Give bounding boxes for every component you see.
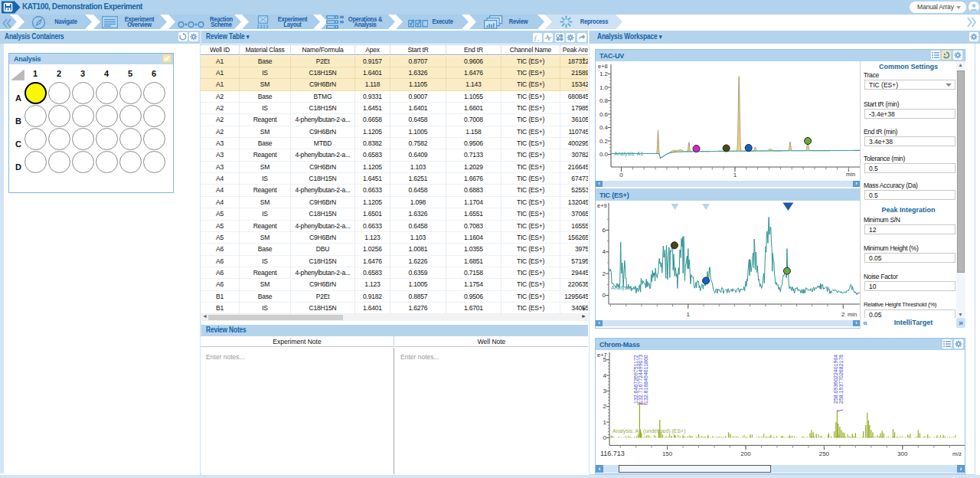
svg-text:4: 4: [603, 372, 607, 379]
svg-text:0.0: 0.0: [599, 151, 609, 158]
svg-text:0: 0: [603, 434, 607, 441]
svg-text:0.6: 0.6: [599, 111, 609, 118]
svg-text:3: 3: [603, 388, 607, 395]
svg-text:1.2: 1.2: [599, 70, 609, 77]
svg-text:2: 2: [603, 403, 607, 410]
svg-text:e+9: e+9: [597, 202, 607, 209]
svg-text:132.8168494611860: 132.8168494611860: [643, 355, 648, 404]
svg-text:6: 6: [603, 227, 606, 234]
svg-text:200: 200: [740, 450, 751, 457]
svg-text:0.4: 0.4: [599, 124, 609, 131]
svg-text:0: 0: [603, 292, 606, 299]
svg-text:250: 250: [819, 450, 830, 457]
svg-text:0: 0: [619, 172, 623, 178]
svg-text:1: 1: [603, 419, 607, 426]
svg-text:Analysis: A1: Analysis: A1: [614, 151, 643, 157]
svg-text:m/z: m/z: [952, 450, 962, 457]
svg-text:300: 300: [897, 450, 908, 457]
svg-text:Analysis: A1: Analysis: A1: [611, 285, 640, 291]
svg-text:1.0: 1.0: [599, 84, 609, 91]
svg-text:Analysis: A1 (undefined) (ES+): Analysis: A1 (undefined) (ES+): [612, 428, 686, 434]
svg-text:x: x: [537, 38, 540, 42]
svg-text:150: 150: [662, 450, 673, 457]
svg-text:e+7: e+7: [597, 352, 607, 358]
svg-text:e+8: e+8: [598, 63, 608, 70]
svg-text:258.1937702682176: 258.1937702682176: [838, 355, 844, 404]
svg-text:0.2: 0.2: [599, 138, 609, 145]
svg-text:2: 2: [841, 311, 845, 318]
svg-text:2: 2: [603, 270, 606, 277]
svg-text:min: min: [846, 171, 855, 178]
svg-text:4: 4: [603, 248, 606, 255]
svg-text:1: 1: [687, 311, 691, 318]
svg-text:1: 1: [733, 172, 737, 178]
svg-text:0.8: 0.8: [599, 97, 609, 104]
svg-text:min: min: [848, 311, 857, 318]
